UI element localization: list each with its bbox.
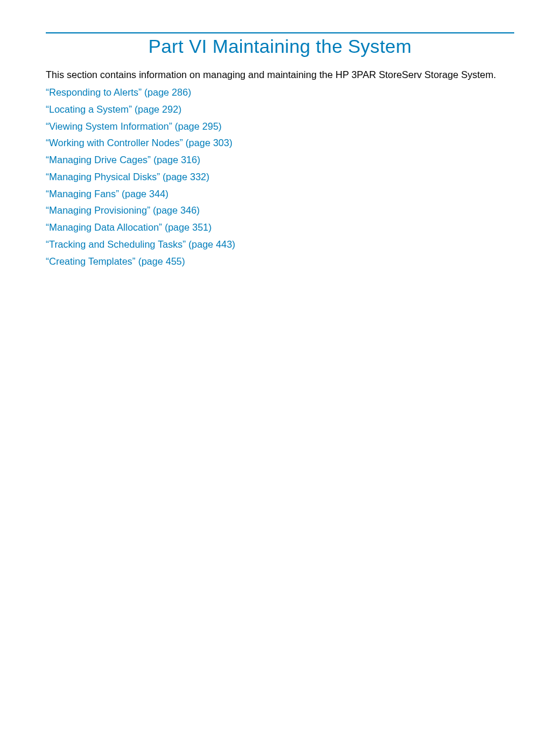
list-item: “Tracking and Scheduling Tasks” (page 44…: [46, 237, 514, 252]
list-item: “Viewing System Information” (page 295): [46, 119, 514, 134]
section-link[interactable]: “Locating a System” (page 292): [46, 104, 181, 114]
page-container: Part VI Maintaining the System This sect…: [0, 0, 560, 268]
section-link[interactable]: “Managing Physical Disks” (page 332): [46, 171, 210, 182]
section-link[interactable]: “Responding to Alerts” (page 286): [46, 87, 191, 97]
section-link-list: “Responding to Alerts” (page 286) “Locat…: [46, 85, 514, 268]
list-item: “Creating Templates” (page 455): [46, 254, 514, 269]
list-item: “Responding to Alerts” (page 286): [46, 85, 514, 100]
list-item: “Managing Provisioning” (page 346): [46, 203, 514, 218]
list-item: “Managing Drive Cages” (page 316): [46, 153, 514, 167]
list-item: “Managing Data Allocation” (page 351): [46, 220, 514, 235]
section-link[interactable]: “Managing Fans” (page 344): [46, 188, 168, 199]
list-item: “Working with Controller Nodes” (page 30…: [46, 136, 514, 150]
list-item: “Locating a System” (page 292): [46, 102, 514, 117]
horizontal-rule: [46, 32, 514, 33]
section-link[interactable]: “Managing Provisioning” (page 346): [46, 205, 200, 215]
section-link[interactable]: “Tracking and Scheduling Tasks” (page 44…: [46, 239, 235, 249]
section-link[interactable]: “Viewing System Information” (page 295): [46, 121, 222, 131]
section-link[interactable]: “Creating Templates” (page 455): [46, 256, 185, 266]
intro-paragraph: This section contains information on man…: [46, 68, 514, 82]
list-item: “Managing Fans” (page 344): [46, 187, 514, 201]
page-title: Part VI Maintaining the System: [46, 36, 514, 58]
section-link[interactable]: “Working with Controller Nodes” (page 30…: [46, 137, 232, 148]
section-link[interactable]: “Managing Data Allocation” (page 351): [46, 222, 212, 232]
list-item: “Managing Physical Disks” (page 332): [46, 170, 514, 184]
section-link[interactable]: “Managing Drive Cages” (page 316): [46, 154, 200, 165]
